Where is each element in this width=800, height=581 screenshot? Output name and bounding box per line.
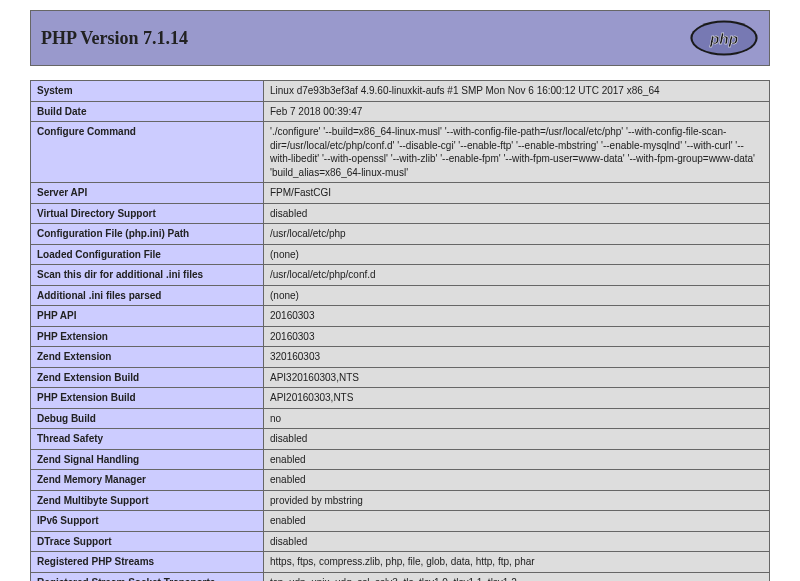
row-value: disabled [264,203,770,224]
table-row: Configure Command'./configure' '--build=… [31,122,770,183]
row-key: Additional .ini files parsed [31,285,264,306]
row-key: Loaded Configuration File [31,244,264,265]
table-row: Zend Extension BuildAPI320160303,NTS [31,367,770,388]
row-value: enabled [264,470,770,491]
table-row: Build DateFeb 7 2018 00:39:47 [31,101,770,122]
row-value: /usr/local/etc/php/conf.d [264,265,770,286]
table-row: PHP Extension20160303 [31,326,770,347]
php-logo: php [689,19,759,57]
table-row: Zend Extension320160303 [31,347,770,368]
table-row: Additional .ini files parsed(none) [31,285,770,306]
row-key: Virtual Directory Support [31,203,264,224]
row-key: PHP Extension [31,326,264,347]
row-value: './configure' '--build=x86_64-linux-musl… [264,122,770,183]
row-key: Zend Extension [31,347,264,368]
row-value: 20160303 [264,306,770,327]
phpinfo-page: PHP Version 7.1.14 php SystemLinux d7e93… [30,10,770,581]
table-row: IPv6 Supportenabled [31,511,770,532]
row-key: Zend Extension Build [31,367,264,388]
row-key: Server API [31,183,264,204]
row-key: Registered Stream Socket Transports [31,572,264,581]
row-value: FPM/FastCGI [264,183,770,204]
table-row: Virtual Directory Supportdisabled [31,203,770,224]
row-value: Linux d7e93b3ef3af 4.9.60-linuxkit-aufs … [264,81,770,102]
row-value: https, ftps, compress.zlib, php, file, g… [264,552,770,573]
row-value: (none) [264,285,770,306]
table-row: PHP API20160303 [31,306,770,327]
row-value: 20160303 [264,326,770,347]
row-key: Build Date [31,101,264,122]
row-value: enabled [264,511,770,532]
row-value: disabled [264,531,770,552]
header-bar: PHP Version 7.1.14 php [30,10,770,66]
row-value: /usr/local/etc/php [264,224,770,245]
table-row: Registered PHP Streamshttps, ftps, compr… [31,552,770,573]
row-value: 320160303 [264,347,770,368]
row-key: Zend Signal Handling [31,449,264,470]
row-key: Scan this dir for additional .ini files [31,265,264,286]
table-row: Debug Buildno [31,408,770,429]
row-value: (none) [264,244,770,265]
table-row: Server APIFPM/FastCGI [31,183,770,204]
row-key: Thread Safety [31,429,264,450]
row-value: Feb 7 2018 00:39:47 [264,101,770,122]
table-row: Zend Multibyte Supportprovided by mbstri… [31,490,770,511]
table-row: Registered Stream Socket Transportstcp, … [31,572,770,581]
row-value: disabled [264,429,770,450]
row-key: DTrace Support [31,531,264,552]
row-value: enabled [264,449,770,470]
table-row: Loaded Configuration File(none) [31,244,770,265]
row-key: Configure Command [31,122,264,183]
row-value: API20160303,NTS [264,388,770,409]
row-value: no [264,408,770,429]
info-table: SystemLinux d7e93b3ef3af 4.9.60-linuxkit… [30,80,770,581]
table-row: DTrace Supportdisabled [31,531,770,552]
row-key: IPv6 Support [31,511,264,532]
page-title: PHP Version 7.1.14 [41,28,188,49]
table-row: Configuration File (php.ini) Path/usr/lo… [31,224,770,245]
row-key: Zend Multibyte Support [31,490,264,511]
row-key: Debug Build [31,408,264,429]
table-row: Zend Signal Handlingenabled [31,449,770,470]
row-value: provided by mbstring [264,490,770,511]
row-key: PHP API [31,306,264,327]
row-key: Configuration File (php.ini) Path [31,224,264,245]
row-key: PHP Extension Build [31,388,264,409]
row-value: API320160303,NTS [264,367,770,388]
row-value: tcp, udp, unix, udg, ssl, sslv3, tls, tl… [264,572,770,581]
row-key: System [31,81,264,102]
table-row: Zend Memory Managerenabled [31,470,770,491]
table-row: SystemLinux d7e93b3ef3af 4.9.60-linuxkit… [31,81,770,102]
table-row: Scan this dir for additional .ini files/… [31,265,770,286]
svg-text:php: php [709,30,738,47]
table-row: PHP Extension BuildAPI20160303,NTS [31,388,770,409]
row-key: Registered PHP Streams [31,552,264,573]
row-key: Zend Memory Manager [31,470,264,491]
table-row: Thread Safetydisabled [31,429,770,450]
